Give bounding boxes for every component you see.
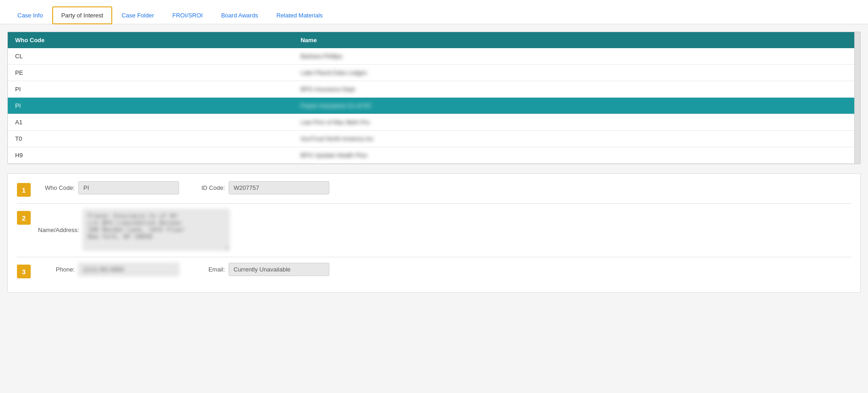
field-group-id-code: ID Code:: [188, 181, 329, 194]
tab-related-materials[interactable]: Related Materials: [267, 6, 332, 24]
input-who-code[interactable]: [78, 181, 179, 194]
cell-name: SunTrust North America Inc: [293, 131, 860, 147]
label-email: Email:: [188, 266, 225, 273]
detail-section: 1Who Code:ID Code:2Name/Address:3Phone:E…: [7, 173, 861, 293]
label-who-code: Who Code:: [38, 184, 75, 191]
cell-who-code: A1: [8, 114, 293, 131]
step-badge-1: 1: [17, 183, 31, 197]
tab-froi-sroi[interactable]: FROI/SROI: [163, 6, 212, 24]
table-row[interactable]: PIBFG Insurance Dept: [8, 81, 860, 98]
form-row-3: 3Phone:Email:: [17, 263, 851, 278]
cell-name: BFG Upstate Health Plus: [293, 147, 860, 164]
tab-party-of-interest[interactable]: Party of Interest: [52, 6, 113, 24]
cell-name: Barbara Phillips: [293, 48, 860, 65]
cell-name: Law Firm of Mac Beth Pro.: [293, 114, 860, 131]
tab-case-info[interactable]: Case Info: [8, 6, 52, 24]
table-row[interactable]: T0SunTrust North America Inc: [8, 131, 860, 147]
cell-who-code: PI: [8, 81, 293, 98]
form-row-1: 1Who Code:ID Code:: [17, 181, 851, 197]
input-phone[interactable]: [78, 263, 179, 276]
party-table: Who Code Name CLBarbara PhillipsPELake P…: [8, 32, 860, 164]
input-name-address[interactable]: [83, 209, 229, 250]
cell-name: Frazer Insurance Co of NY: [293, 98, 860, 114]
field-group-name-address: Name/Address:: [38, 209, 229, 250]
cell-who-code: H9: [8, 147, 293, 164]
field-group-email: Email:: [188, 263, 329, 276]
col-who-code: Who Code: [8, 32, 293, 48]
col-name: Name: [293, 32, 860, 48]
main-content: Who Code Name CLBarbara PhillipsPELake P…: [0, 24, 868, 300]
cell-who-code: PI: [8, 98, 293, 114]
table-row[interactable]: PELake Placid Data Lodges: [8, 65, 860, 81]
cell-who-code: CL: [8, 48, 293, 65]
step-badge-2: 2: [17, 211, 31, 225]
form-fields-3: Phone:Email:: [38, 263, 851, 276]
step-badge-3: 3: [17, 265, 31, 278]
party-table-wrapper: Who Code Name CLBarbara PhillipsPELake P…: [7, 32, 861, 164]
form-fields-2: Name/Address:: [38, 209, 851, 250]
table-row[interactable]: CLBarbara Phillips: [8, 48, 860, 65]
cell-name: BFG Insurance Dept: [293, 81, 860, 98]
table-row[interactable]: PIFrazer Insurance Co of NY: [8, 98, 860, 114]
form-fields-1: Who Code:ID Code:: [38, 181, 851, 194]
label-phone: Phone:: [38, 266, 75, 273]
label-id-code: ID Code:: [188, 184, 225, 191]
cell-who-code: PE: [8, 65, 293, 81]
cell-who-code: T0: [8, 131, 293, 147]
cell-name: Lake Placid Data Lodges: [293, 65, 860, 81]
input-id-code[interactable]: [229, 181, 329, 194]
tab-case-folder[interactable]: Case Folder: [112, 6, 163, 24]
nav-tabs: Case InfoParty of InterestCase FolderFRO…: [0, 0, 868, 24]
form-row-2: 2Name/Address:: [17, 209, 851, 250]
table-row[interactable]: A1Law Firm of Mac Beth Pro.: [8, 114, 860, 131]
field-group-who-code: Who Code:: [38, 181, 179, 194]
table-row[interactable]: H9BFG Upstate Health Plus: [8, 147, 860, 164]
field-group-phone: Phone:: [38, 263, 179, 276]
tab-board-awards[interactable]: Board Awards: [212, 6, 267, 24]
label-name-address: Name/Address:: [38, 227, 79, 233]
input-email[interactable]: [229, 263, 329, 276]
